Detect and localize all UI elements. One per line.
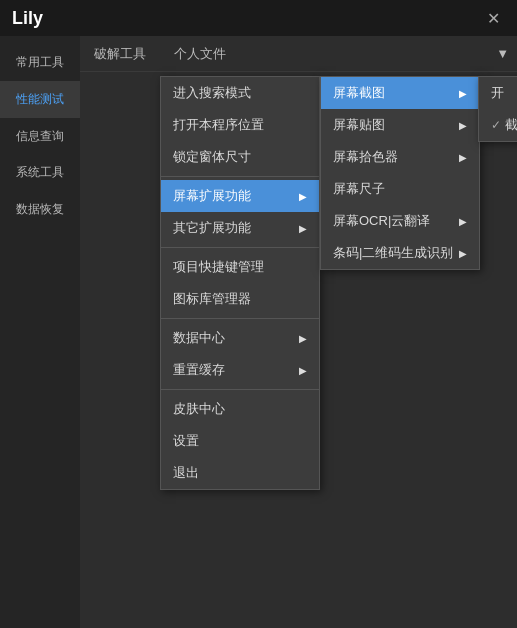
menu-item-clear-cache[interactable]: 重置缓存 ▶: [161, 354, 319, 386]
menu-item-enter-search[interactable]: 进入搜索模式: [161, 77, 319, 109]
submenu-arrow-icon: ▶: [459, 152, 467, 163]
sidebar-item-common-tools[interactable]: 常用工具: [0, 44, 80, 81]
menu-item-settings[interactable]: 设置: [161, 425, 319, 457]
submenu-arrow-icon: ▶: [299, 191, 307, 202]
menu-item-screen-capture[interactable]: 屏幕截图 ▶: [321, 77, 479, 109]
submenu-arrow-icon: ▶: [299, 333, 307, 344]
sidebar-item-perf-test[interactable]: 性能测试: [0, 81, 80, 118]
sidebar-item-info-query[interactable]: 信息查询: [0, 118, 80, 155]
menu-divider-4: [161, 389, 319, 390]
sidebar-item-data-recovery[interactable]: 数据恢复: [0, 191, 80, 228]
main-layout: 常用工具 性能测试 信息查询 系统工具 数据恢复 破解工具 个人文件 ▼ 进入搜…: [0, 36, 517, 628]
submenu-arrow-icon: ▶: [459, 120, 467, 131]
sidebar-item-system-tools[interactable]: 系统工具: [0, 154, 80, 191]
menu-item-exit[interactable]: 退出: [161, 457, 319, 489]
sidebar: 常用工具 性能测试 信息查询 系统工具 数据恢复: [0, 36, 80, 628]
menu-item-lock-size[interactable]: 锁定窗体尺寸: [161, 141, 319, 173]
app-logo: Lily: [12, 8, 43, 29]
menu-item-cut[interactable]: ✓ 截: [479, 109, 517, 141]
menu-item-barcode[interactable]: 条码|二维码生成识别 ▶: [321, 237, 479, 269]
menu-item-data-center[interactable]: 数据中心 ▶: [161, 322, 319, 354]
menu-item-open[interactable]: 开: [479, 77, 517, 109]
menu-item-shortcut-mgr[interactable]: 项目快捷键管理: [161, 251, 319, 283]
nav-item-crack-tools[interactable]: 破解工具: [88, 41, 152, 67]
menu-item-other-extend[interactable]: 其它扩展功能 ▶: [161, 212, 319, 244]
menu-item-screen-picker[interactable]: 屏幕拾色器 ▶: [321, 141, 479, 173]
top-nav: 破解工具 个人文件 ▼: [80, 36, 517, 72]
menu-divider-1: [161, 176, 319, 177]
close-button[interactable]: ✕: [481, 6, 505, 30]
context-menu-l3: 开 ✓ 截: [478, 76, 517, 142]
submenu-arrow-icon: ▶: [299, 365, 307, 376]
nav-dropdown-button[interactable]: ▼: [496, 46, 509, 61]
submenu-arrow-icon: ▶: [459, 88, 467, 99]
submenu-arrow-icon: ▶: [459, 216, 467, 227]
nav-item-personal-files[interactable]: 个人文件: [168, 41, 232, 67]
menu-item-screen-extend[interactable]: 屏幕扩展功能 ▶: [161, 180, 319, 212]
menu-item-screen-ruler[interactable]: 屏幕尺子: [321, 173, 479, 205]
submenu-arrow-icon: ▶: [459, 248, 467, 259]
checkmark-icon: ✓: [491, 118, 501, 132]
menu-item-icon-lib-mgr[interactable]: 图标库管理器: [161, 283, 319, 315]
menu-item-screen-sticker[interactable]: 屏幕贴图 ▶: [321, 109, 479, 141]
menu-item-screen-ocr[interactable]: 屏幕OCR|云翻译 ▶: [321, 205, 479, 237]
submenu-arrow-icon: ▶: [299, 223, 307, 234]
menu-item-skin-center[interactable]: 皮肤中心: [161, 393, 319, 425]
menu-item-open-location[interactable]: 打开本程序位置: [161, 109, 319, 141]
content-area: 破解工具 个人文件 ▼ 进入搜索模式 打开本程序位置 锁定窗体尺寸 屏幕扩展功能…: [80, 36, 517, 628]
menu-divider-2: [161, 247, 319, 248]
context-menu-l1: 进入搜索模式 打开本程序位置 锁定窗体尺寸 屏幕扩展功能 ▶ 其它扩展功能 ▶ …: [160, 76, 320, 490]
menu-divider-3: [161, 318, 319, 319]
title-bar: Lily ✕: [0, 0, 517, 36]
context-menu-l2: 屏幕截图 ▶ 屏幕贴图 ▶ 屏幕拾色器 ▶ 屏幕尺子 屏幕OCR|云翻译 ▶ 条…: [320, 76, 480, 270]
